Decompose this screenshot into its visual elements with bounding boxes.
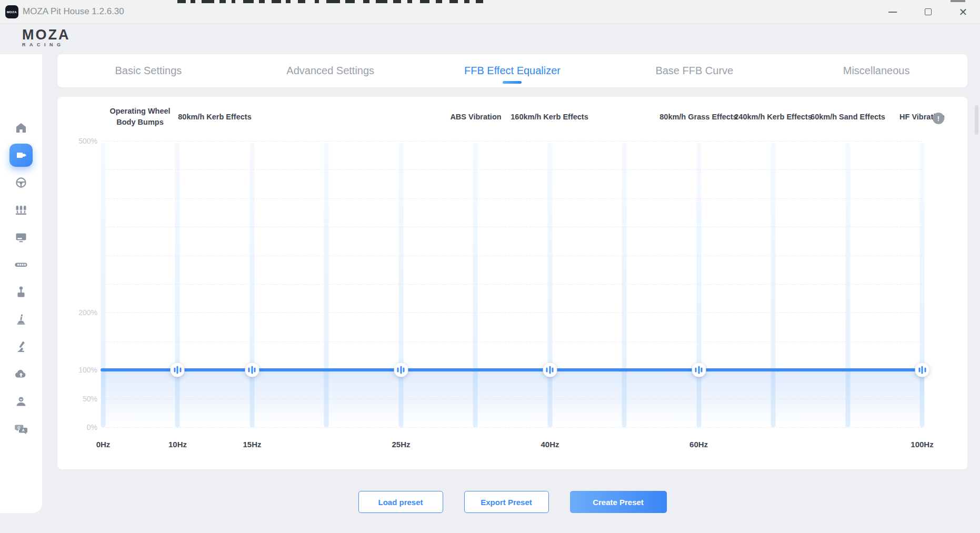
y-tick-0: 0% <box>67 423 97 431</box>
monitor-icon <box>15 231 27 244</box>
slider-handle-15hz[interactable] <box>245 363 259 377</box>
active-tile <box>9 144 33 167</box>
gain-fill-area <box>101 371 924 428</box>
gain-line <box>101 368 925 371</box>
x-tick-25hz: 25Hz <box>392 440 410 449</box>
moza-pit-house-window: MOZA MOZA Pit House 1.2.6.30 — ✕ MOZA RA… <box>0 0 980 533</box>
sidebar-item-shifter[interactable] <box>0 280 42 304</box>
close-button[interactable]: ✕ <box>951 0 975 24</box>
ffb-equalizer-panel: Operating Wheel Body Bumps 80km/h Kerb E… <box>57 97 967 469</box>
create-preset-button[interactable]: Create Preset <box>570 491 667 513</box>
x-tick-40hz: 40Hz <box>541 440 559 449</box>
y-tick-500: 500% <box>67 137 97 145</box>
steering-wheel-icon <box>15 176 27 189</box>
slider-handle-60hz[interactable] <box>692 363 706 377</box>
active-tab-indicator <box>503 81 522 84</box>
shifter-icon <box>15 286 27 298</box>
sidebar: QA <box>0 54 42 513</box>
handbrake-icon <box>15 340 27 353</box>
gridline <box>103 141 922 142</box>
x-tick-60hz: 60Hz <box>689 440 708 449</box>
throttle-lever-icon <box>15 313 27 326</box>
tab-base-ffb-curve[interactable]: Base FFB Curve <box>603 54 785 87</box>
effect-label-160kerb: 160km/h Kerb Effects <box>511 106 588 128</box>
y-tick-50: 50% <box>67 395 97 403</box>
gridline <box>103 227 922 227</box>
gridline <box>103 198 922 199</box>
sidebar-item-home[interactable] <box>0 116 42 139</box>
sidebar-item-wheelbase[interactable] <box>0 144 42 167</box>
tab-ffb-effect-equalizer[interactable]: FFB Effect Equalizer <box>422 54 604 87</box>
brand-tagline: RACING <box>22 42 70 47</box>
slider-handle-25hz[interactable] <box>394 363 408 377</box>
tab-miscellaneous[interactable]: Miscellaneous <box>785 54 967 87</box>
maximize-icon <box>925 8 932 15</box>
y-tick-100: 100% <box>67 366 97 374</box>
gridline <box>103 313 922 313</box>
minimize-button[interactable]: — <box>881 0 905 24</box>
brand-logo-text: MOZA <box>22 28 70 42</box>
effect-label-sand: 60km/h Sand Effects <box>811 106 885 128</box>
tab-basic-settings[interactable]: Basic Settings <box>57 54 239 87</box>
effect-label-body-bumps: Operating Wheel Body Bumps <box>106 106 174 128</box>
sidebar-item-qa-help[interactable]: QA <box>0 417 42 440</box>
slider-handle-100hz[interactable] <box>915 363 929 377</box>
sidebar-item-led-display[interactable] <box>0 253 42 276</box>
moza-racing-logo: MOZA RACING <box>22 28 70 47</box>
pedals-icon <box>15 204 27 216</box>
effect-label-grass: 80km/h Grass Effects <box>659 106 737 128</box>
window-title: MOZA Pit House 1.2.6.30 <box>23 6 124 17</box>
scrollbar-thumb[interactable] <box>975 105 978 135</box>
preset-actions: Load preset Export Preset Create Preset <box>57 491 967 513</box>
sidebar-item-handbrake[interactable] <box>0 335 42 358</box>
load-preset-button[interactable]: Load preset <box>358 491 443 513</box>
slider-handle-40hz[interactable] <box>543 363 557 377</box>
tab-label: Miscellaneous <box>843 65 910 77</box>
tab-label: Advanced Settings <box>286 65 374 77</box>
maximize-button[interactable] <box>916 0 940 24</box>
x-tick-100hz: 100Hz <box>911 440 933 449</box>
x-tick-10hz: 10Hz <box>168 440 187 449</box>
wheelbase-icon <box>14 148 28 162</box>
sidebar-item-user[interactable] <box>0 390 42 413</box>
x-tick-15hz: 15Hz <box>243 440 261 449</box>
x-tick-0hz: 0Hz <box>96 440 111 449</box>
sidebar-item-pedals[interactable] <box>0 198 42 222</box>
titlebar: MOZA MOZA Pit House 1.2.6.30 — ✕ <box>0 0 980 24</box>
tab-label: FFB Effect Equalizer <box>464 65 561 77</box>
tab-label: Base FFB Curve <box>655 65 733 77</box>
home-icon <box>15 122 27 134</box>
y-tick-200: 200% <box>67 308 97 317</box>
gridline <box>103 284 922 285</box>
svg-text:Q: Q <box>17 426 20 430</box>
sidebar-item-display[interactable] <box>0 226 42 249</box>
qa-icon: QA <box>14 422 28 436</box>
settings-tab-bar: Basic Settings Advanced Settings FFB Eff… <box>57 54 967 87</box>
tab-advanced-settings[interactable]: Advanced Settings <box>239 54 422 87</box>
sidebar-item-throttle-lever[interactable] <box>0 308 42 331</box>
cloud-upload-icon <box>14 368 28 380</box>
export-preset-button[interactable]: Export Preset <box>464 491 549 513</box>
gridline <box>103 341 922 342</box>
gridline <box>103 169 922 170</box>
led-display-icon <box>14 258 28 271</box>
info-icon[interactable]: ! <box>933 113 944 124</box>
tab-label: Basic Settings <box>115 65 182 77</box>
effect-label-80kerb: 80km/h Kerb Effects <box>178 106 251 128</box>
sidebar-item-cloud-upload[interactable] <box>0 363 42 386</box>
gridline <box>103 256 922 256</box>
sidebar-item-steering-wheel[interactable] <box>0 171 42 194</box>
effect-label-240kerb: 240km/h Kerb Effects <box>734 106 812 128</box>
equalizer-plot <box>103 141 922 427</box>
effect-label-abs: ABS Vibration <box>450 106 501 128</box>
slider-handle-10hz[interactable] <box>171 363 185 377</box>
app-icon: MOZA <box>5 5 18 18</box>
user-icon <box>15 395 27 408</box>
svg-text:A: A <box>22 428 25 432</box>
